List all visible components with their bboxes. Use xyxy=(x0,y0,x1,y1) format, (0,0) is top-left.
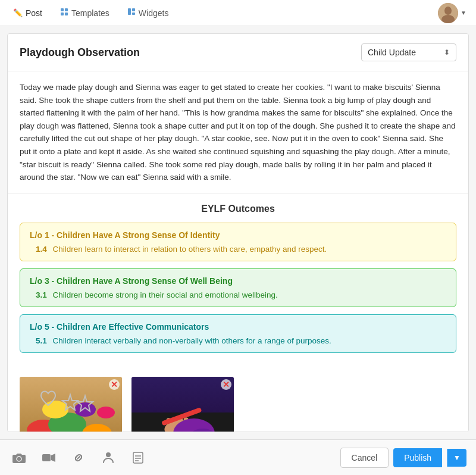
cancel-button[interactable]: Cancel xyxy=(340,448,389,468)
image-thumbnail-1: ✕ xyxy=(20,377,122,432)
svg-rect-3 xyxy=(65,12,68,15)
top-nav: ✏️ Post Templates Wid xyxy=(0,0,476,26)
type-select-dropdown[interactable]: Child Update ⬍ xyxy=(361,43,456,61)
outcome-3-item-1: 5.1 Children interact verbally and non-v… xyxy=(30,336,446,345)
toolbar-icon-group xyxy=(10,448,340,467)
link-icon[interactable] xyxy=(69,448,88,467)
header-row: Playdough Observation Child Update ⬍ xyxy=(8,34,468,71)
user-avatar-container[interactable]: ▼ xyxy=(438,3,466,23)
templates-icon xyxy=(60,8,68,18)
nav-post-label: Post xyxy=(26,8,42,18)
post-icon: ✏️ xyxy=(13,8,23,17)
images-section: ✕ xyxy=(8,370,468,432)
eylf-section: EYLF Outcomes L/o 1 - Children Have A St… xyxy=(8,194,468,370)
publish-dropdown-button[interactable]: ▼ xyxy=(447,449,466,467)
svg-rect-4 xyxy=(128,8,131,15)
avatar-chevron-icon: ▼ xyxy=(461,10,466,16)
observation-text: Today we made play dough and Sienna was … xyxy=(20,83,456,182)
image-1-close-button[interactable]: ✕ xyxy=(109,379,120,390)
svg-rect-1 xyxy=(65,8,68,11)
type-select-arrow-icon: ⬍ xyxy=(444,48,450,57)
outcome-card-1: L/o 1 - Children Have A Strong Sense Of … xyxy=(20,223,456,261)
post-title: Playdough Observation xyxy=(20,46,140,59)
image-2-svg xyxy=(131,377,234,432)
nav-post[interactable]: ✏️ Post xyxy=(10,6,46,20)
svg-point-17 xyxy=(97,407,115,418)
outcome-card-2: L/o 3 - Children Have A Strong Sense Of … xyxy=(20,268,456,307)
image-2-close-button[interactable]: ✕ xyxy=(221,379,231,390)
type-select-label: Child Update xyxy=(368,48,416,57)
video-icon[interactable] xyxy=(39,448,58,467)
svg-point-35 xyxy=(106,452,111,457)
outcome-3-heading: L/o 5 - Children Are Effective Communica… xyxy=(30,322,446,332)
camera-icon[interactable] xyxy=(10,448,29,467)
bottom-toolbar: Cancel Publish ▼ xyxy=(0,439,476,475)
outcome-1-heading: L/o 1 - Children Have A Strong Sense Of … xyxy=(30,230,446,240)
image-2-content xyxy=(131,377,234,432)
avatar xyxy=(438,3,458,23)
svg-marker-34 xyxy=(51,454,55,462)
widgets-icon xyxy=(127,8,136,18)
svg-rect-5 xyxy=(132,8,135,11)
nav-templates-label: Templates xyxy=(71,8,109,18)
nav-templates[interactable]: Templates xyxy=(57,5,113,20)
text-content: Today we made play dough and Sienna was … xyxy=(8,71,468,194)
document-icon[interactable] xyxy=(129,448,148,467)
image-1-svg xyxy=(20,377,122,432)
nav-widgets[interactable]: Widgets xyxy=(124,5,173,20)
svg-rect-2 xyxy=(61,12,64,15)
svg-rect-6 xyxy=(132,12,135,15)
outcome-2-item-1: 3.1 Children become strong in their soci… xyxy=(30,290,446,299)
image-1-content xyxy=(20,377,122,432)
svg-point-16 xyxy=(74,402,96,417)
toolbar-actions: Cancel Publish ▼ xyxy=(340,448,466,468)
publish-button[interactable]: Publish xyxy=(393,448,442,467)
svg-point-8 xyxy=(444,7,452,15)
svg-rect-33 xyxy=(42,454,51,461)
svg-rect-36 xyxy=(133,452,143,463)
person-icon[interactable] xyxy=(99,448,118,467)
nav-widgets-label: Widgets xyxy=(139,8,169,18)
outcome-card-3: L/o 5 - Children Are Effective Communica… xyxy=(20,314,456,353)
nav-items: ✏️ Post Templates Wid xyxy=(10,5,438,20)
main-content: Playdough Observation Child Update ⬍ Tod… xyxy=(7,33,469,432)
image-thumbnail-2: ✕ xyxy=(131,377,234,432)
outcome-1-item-1: 1.4 Children learn to interact in relati… xyxy=(30,245,446,254)
eylf-title: EYLF Outcomes xyxy=(20,204,456,214)
outcome-2-heading: L/o 3 - Children Have A Strong Sense Of … xyxy=(30,276,446,286)
svg-rect-0 xyxy=(61,8,64,11)
